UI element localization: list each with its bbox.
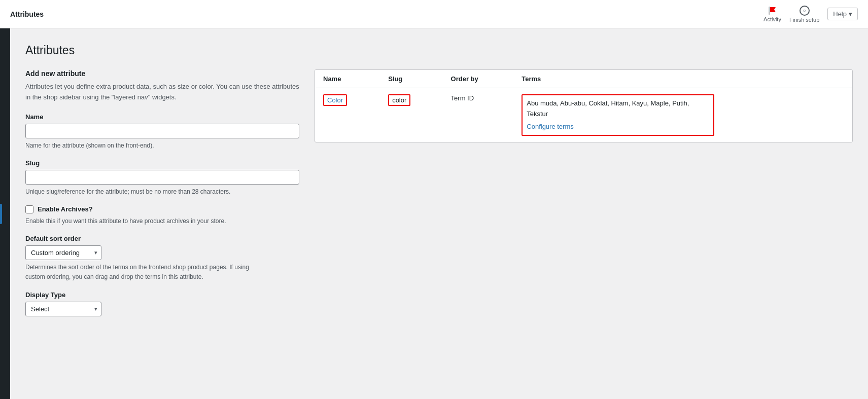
configure-terms-link[interactable]: Configure terms xyxy=(527,122,709,132)
display-type-select[interactable]: Select xyxy=(25,302,101,316)
slug-input[interactable] xyxy=(25,170,299,185)
attributes-table: Name Slug Order by Terms Color xyxy=(315,70,852,142)
sidebar xyxy=(0,28,10,399)
name-label: Name xyxy=(25,113,299,121)
cell-slug: color xyxy=(380,88,442,142)
terms-content-highlight: Abu muda, Abu-abu, Coklat, Hitam, Kayu, … xyxy=(522,94,714,136)
sort-label: Default sort order xyxy=(25,235,299,242)
display-type-label: Display Type xyxy=(25,291,299,299)
color-name-highlight: Color xyxy=(323,94,347,106)
svg-rect-0 xyxy=(769,7,770,15)
form-panel: Add new attribute Attributes let you def… xyxy=(25,69,299,325)
help-button[interactable]: Help ▾ xyxy=(827,8,858,20)
col-terms: Terms xyxy=(513,70,852,88)
slug-hint: Unique slug/reference for the attribute;… xyxy=(25,187,299,196)
table-row: Color color Term ID xyxy=(315,88,852,142)
top-bar: Attributes Activity ○ Finish setup Help … xyxy=(0,0,868,28)
sort-select[interactable]: Custom ordering Name Name (numeric) Term… xyxy=(25,245,101,260)
sort-hint: Determines the sort order of the terms o… xyxy=(25,263,259,282)
display-type-select-wrapper: Select ▾ xyxy=(25,302,101,316)
topbar-title: Attributes xyxy=(10,10,44,18)
sort-group: Default sort order Custom ordering Name … xyxy=(25,235,299,282)
finish-setup-label: Finish setup xyxy=(789,17,819,23)
enable-archives-group: Enable Archives? Enable this if you want… xyxy=(25,205,299,226)
enable-archives-label[interactable]: Enable Archives? xyxy=(38,205,93,213)
color-name-link[interactable]: Color xyxy=(327,96,343,104)
attributes-table-panel: Name Slug Order by Terms Color xyxy=(315,69,853,142)
order-by-value: Term ID xyxy=(451,94,474,102)
terms-list: Abu muda, Abu-abu, Coklat, Hitam, Kayu, … xyxy=(527,99,689,118)
name-input[interactable] xyxy=(25,124,299,138)
color-slug-highlight: color xyxy=(388,94,410,106)
table-header-row: Name Slug Order by Terms xyxy=(315,70,852,88)
cell-order-by: Term ID xyxy=(443,88,514,142)
form-section-title: Add new attribute xyxy=(25,69,299,78)
slug-label: Slug xyxy=(25,159,299,167)
activity-button[interactable]: Activity xyxy=(763,6,781,22)
enable-archives-hint: Enable this if you want this attribute t… xyxy=(25,216,299,226)
col-name: Name xyxy=(315,70,380,88)
clock-icon: ○ xyxy=(800,6,810,16)
sort-select-wrapper: Custom ordering Name Name (numeric) Term… xyxy=(25,245,101,260)
content-layout: Add new attribute Attributes let you def… xyxy=(25,69,853,325)
slug-group: Slug Unique slug/reference for the attri… xyxy=(25,159,299,196)
enable-archives-checkbox[interactable] xyxy=(25,205,33,213)
finish-setup-button[interactable]: ○ Finish setup xyxy=(789,6,819,23)
topbar-right: Activity ○ Finish setup Help ▾ xyxy=(763,6,858,23)
form-description: Attributes let you define extra product … xyxy=(25,82,299,103)
sidebar-accent xyxy=(0,204,2,224)
col-slug: Slug xyxy=(380,70,442,88)
page-title: Attributes xyxy=(25,44,853,57)
name-hint: Name for the attribute (shown on the fro… xyxy=(25,141,299,150)
flag-icon xyxy=(768,6,778,15)
cell-terms: Abu muda, Abu-abu, Coklat, Hitam, Kayu, … xyxy=(513,88,852,142)
col-order-by: Order by xyxy=(443,70,514,88)
activity-label: Activity xyxy=(763,16,781,22)
chevron-down-icon: ▾ xyxy=(849,10,852,18)
cell-name: Color xyxy=(315,88,380,142)
color-slug-value: color xyxy=(392,96,406,104)
name-group: Name Name for the attribute (shown on th… xyxy=(25,113,299,150)
display-type-group: Display Type Select ▾ xyxy=(25,291,299,316)
enable-archives-row: Enable Archives? xyxy=(25,205,299,213)
main-content: Attributes Add new attribute Attributes … xyxy=(10,28,868,399)
help-label: Help xyxy=(833,10,847,18)
